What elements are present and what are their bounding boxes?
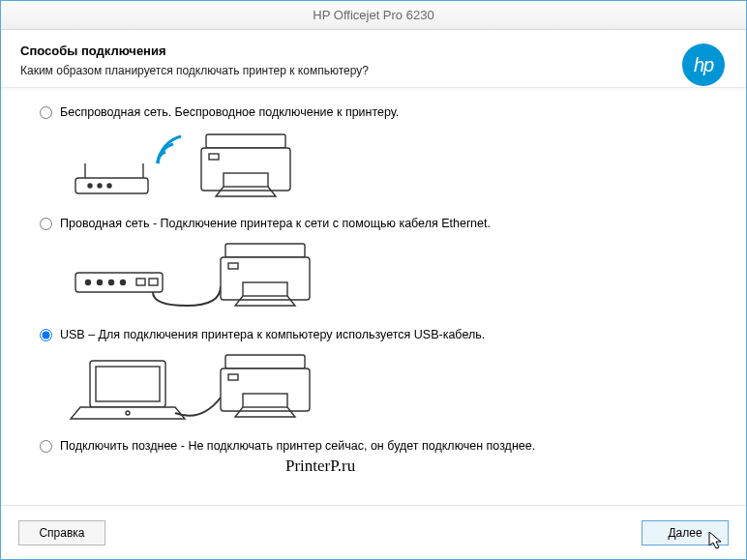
label-wireless: Беспроводная сеть. Беспроводное подключе… — [60, 105, 399, 119]
installer-window: HP Officejet Pro 6230 Способы подключени… — [0, 0, 747, 560]
help-button[interactable]: Справка — [18, 520, 105, 545]
page-subtitle: Каким образом планируется подключать при… — [20, 64, 727, 77]
option-wireless[interactable]: Беспроводная сеть. Беспроводное подключе… — [40, 105, 717, 119]
header: Способы подключения Каким образом планир… — [1, 30, 746, 88]
titlebar: HP Officejet Pro 6230 — [1, 1, 746, 30]
svg-rect-22 — [96, 367, 160, 401]
illustration-wired-icon — [61, 236, 717, 318]
radio-later[interactable] — [40, 440, 52, 453]
svg-point-5 — [107, 184, 111, 188]
illustration-wireless-icon — [61, 125, 717, 207]
svg-point-3 — [88, 184, 92, 188]
illustration-usb-icon — [61, 347, 717, 429]
label-usb: USB – Для подключения принтера к компьют… — [60, 328, 485, 341]
svg-rect-26 — [243, 394, 287, 407]
radio-usb[interactable] — [40, 329, 52, 341]
svg-point-13 — [109, 280, 114, 285]
svg-rect-16 — [149, 279, 158, 285]
svg-rect-19 — [243, 282, 287, 296]
window-title: HP Officejet Pro 6230 — [313, 8, 433, 22]
svg-point-14 — [121, 280, 126, 285]
label-later: Подключить позднее - Не подключать принт… — [60, 439, 535, 453]
svg-point-11 — [86, 280, 91, 285]
page-title: Способы подключения — [20, 44, 727, 58]
radio-wireless[interactable] — [40, 106, 52, 119]
option-later[interactable]: Подключить позднее - Не подключать принт… — [40, 439, 717, 453]
option-wired[interactable]: Проводная сеть - Подключение принтера к … — [40, 217, 717, 230]
content-area: Беспроводная сеть. Беспроводное подключе… — [1, 88, 746, 505]
footer: Справка Далее — [1, 505, 746, 559]
svg-point-12 — [98, 280, 103, 285]
svg-point-4 — [98, 184, 102, 188]
svg-rect-6 — [206, 134, 285, 148]
svg-rect-8 — [224, 173, 268, 187]
hp-logo: hp — [682, 44, 725, 86]
label-wired: Проводная сеть - Подключение принтера к … — [60, 217, 491, 230]
svg-rect-15 — [136, 279, 145, 285]
next-button[interactable]: Далее — [642, 520, 729, 545]
option-usb[interactable]: USB – Для подключения принтера к компьют… — [40, 328, 717, 341]
svg-rect-24 — [225, 355, 305, 368]
hp-logo-text: hp — [694, 54, 713, 76]
svg-rect-17 — [225, 244, 305, 257]
radio-wired[interactable] — [40, 218, 52, 230]
